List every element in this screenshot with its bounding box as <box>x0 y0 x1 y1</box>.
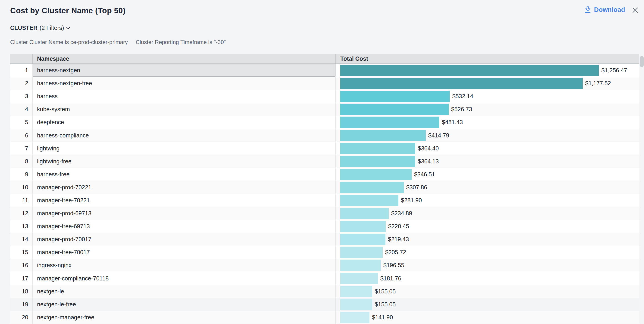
cost-value: $364.13 <box>418 158 439 165</box>
cluster-filters-dropdown[interactable]: CLUSTER (2 Filters) <box>10 25 70 31</box>
namespace-cell[interactable]: manager-prod-70221 <box>33 181 336 194</box>
namespace-cell[interactable]: harness-nextgen <box>33 64 336 77</box>
table-header-row: Namespace Total Cost <box>10 54 639 64</box>
row-rank: 17 <box>10 272 33 285</box>
namespace-cell[interactable]: deepfence <box>33 116 336 129</box>
total-cost-cell: $155.05 <box>336 285 639 298</box>
cost-value: $346.51 <box>414 171 435 178</box>
cost-by-cluster-panel: Cost by Cluster Name (Top 50) Download C… <box>0 0 644 324</box>
namespace-label: harness-free <box>37 171 70 178</box>
cost-value: $205.72 <box>385 249 406 256</box>
row-rank: 11 <box>10 194 33 207</box>
table-row[interactable]: 6 harness-compliance $414.79 <box>10 129 639 142</box>
namespace-cell[interactable]: harness <box>33 90 336 103</box>
vertical-scrollbar-thumb[interactable] <box>640 56 644 67</box>
row-rank: 4 <box>10 103 33 116</box>
cost-bar <box>340 104 448 115</box>
cost-bar <box>340 130 426 141</box>
namespace-label: ingress-nginx <box>37 262 72 269</box>
namespace-label: nextgen-le <box>37 288 64 295</box>
table-body: 1 harness-nextgen $1,256.47 2 harness-ne… <box>10 64 639 324</box>
total-cost-cell: $1,177.52 <box>336 77 639 90</box>
cost-value: $141.90 <box>372 314 393 321</box>
rank-column-header <box>10 54 33 64</box>
namespace-label: manager-prod-70017 <box>37 236 92 243</box>
table-row[interactable]: 19 nextgen-le-free $155.05 <box>10 298 639 311</box>
cost-bar <box>340 221 386 232</box>
cost-bar <box>340 299 372 310</box>
filter-count-label: (2 Filters) <box>40 25 64 31</box>
download-button[interactable]: Download <box>584 6 625 14</box>
cost-bar <box>340 312 370 323</box>
namespace-cell[interactable]: manager-free-69713 <box>33 220 336 233</box>
cost-value: $155.05 <box>375 301 396 308</box>
close-button[interactable] <box>631 6 639 14</box>
table-row[interactable]: 20 nextgen-manager-free $141.90 <box>10 311 639 324</box>
download-label: Download <box>594 6 625 14</box>
namespace-cell[interactable]: harness-nextgen-free <box>33 77 336 90</box>
cost-value: $1,256.47 <box>602 67 627 74</box>
namespace-cell[interactable]: nextgen-manager-free <box>33 311 336 324</box>
table-row[interactable]: 3 harness $532.14 <box>10 90 639 103</box>
total-cost-cell: $481.43 <box>336 116 639 129</box>
cost-value: $532.14 <box>452 93 473 100</box>
row-rank: 19 <box>10 298 33 311</box>
row-rank: 1 <box>10 64 33 77</box>
total-cost-cell: $155.05 <box>336 298 639 311</box>
namespace-cell[interactable]: kube-system <box>33 103 336 116</box>
cost-value: $1,177.52 <box>585 80 611 87</box>
namespace-cell[interactable]: lightwing <box>33 142 336 155</box>
namespace-cell[interactable]: manager-prod-70017 <box>33 233 336 246</box>
table-row[interactable]: 2 harness-nextgen-free $1,177.52 <box>10 77 639 90</box>
row-rank: 2 <box>10 77 33 90</box>
table-row[interactable]: 4 kube-system $526.73 <box>10 103 639 116</box>
table-row[interactable]: 14 manager-prod-70017 $219.43 <box>10 233 639 246</box>
namespace-cell[interactable]: ingress-nginx <box>33 259 336 272</box>
cost-value: $307.86 <box>406 184 427 191</box>
cost-value: $414.79 <box>428 132 449 139</box>
cost-bar <box>340 195 398 206</box>
namespace-cell[interactable]: manager-free-70017 <box>33 246 336 259</box>
row-rank: 5 <box>10 116 33 129</box>
cost-bar <box>340 286 372 297</box>
cost-bar <box>340 156 415 167</box>
cost-value: $364.40 <box>418 145 439 152</box>
table-row[interactable]: 8 lightwing-free $364.13 <box>10 155 639 168</box>
table-row[interactable]: 1 harness-nextgen $1,256.47 <box>10 64 639 77</box>
cost-bar <box>340 91 450 102</box>
namespace-cell[interactable]: manager-compliance-70118 <box>33 272 336 285</box>
namespace-cell[interactable]: harness-free <box>33 168 336 181</box>
namespace-cell[interactable]: nextgen-le-free <box>33 298 336 311</box>
namespace-label: kube-system <box>37 106 70 113</box>
namespace-cell[interactable]: harness-compliance <box>33 129 336 142</box>
table-row[interactable]: 11 manager-free-70221 $281.90 <box>10 194 639 207</box>
table-row[interactable]: 5 deepfence $481.43 <box>10 116 639 129</box>
total-cost-cell: $364.40 <box>336 142 639 155</box>
namespace-cell[interactable]: lightwing-free <box>33 155 336 168</box>
table-row[interactable]: 13 manager-free-69713 $220.45 <box>10 220 639 233</box>
table-row[interactable]: 10 manager-prod-70221 $307.86 <box>10 181 639 194</box>
total-cost-cell: $414.79 <box>336 129 639 142</box>
row-rank: 14 <box>10 233 33 246</box>
cost-value: $219.43 <box>388 236 409 243</box>
table-row[interactable]: 17 manager-compliance-70118 $181.76 <box>10 272 639 285</box>
namespace-cell[interactable]: nextgen-le <box>33 285 336 298</box>
namespace-label: harness-compliance <box>37 132 89 139</box>
total-cost-cell: $205.72 <box>336 246 639 259</box>
table-row[interactable]: 15 manager-free-70017 $205.72 <box>10 246 639 259</box>
row-rank: 3 <box>10 90 33 103</box>
cost-bar <box>340 117 439 128</box>
table-row[interactable]: 18 nextgen-le $155.05 <box>10 285 639 298</box>
page-title: Cost by Cluster Name (Top 50) <box>10 6 126 15</box>
cost-value: $526.73 <box>451 106 472 113</box>
table-row[interactable]: 7 lightwing $364.40 <box>10 142 639 155</box>
namespace-cell[interactable]: manager-prod-69713 <box>33 207 336 220</box>
cost-value: $155.05 <box>375 288 396 295</box>
table-row[interactable]: 12 manager-prod-69713 $234.89 <box>10 207 639 220</box>
table-row[interactable]: 16 ingress-nginx $196.55 <box>10 259 639 272</box>
namespace-cell[interactable]: manager-free-70221 <box>33 194 336 207</box>
total-cost-cell: $532.14 <box>336 90 639 103</box>
table-row[interactable]: 9 harness-free $346.51 <box>10 168 639 181</box>
total-cost-cell: $281.90 <box>336 194 639 207</box>
namespace-label: manager-prod-69713 <box>37 210 92 217</box>
